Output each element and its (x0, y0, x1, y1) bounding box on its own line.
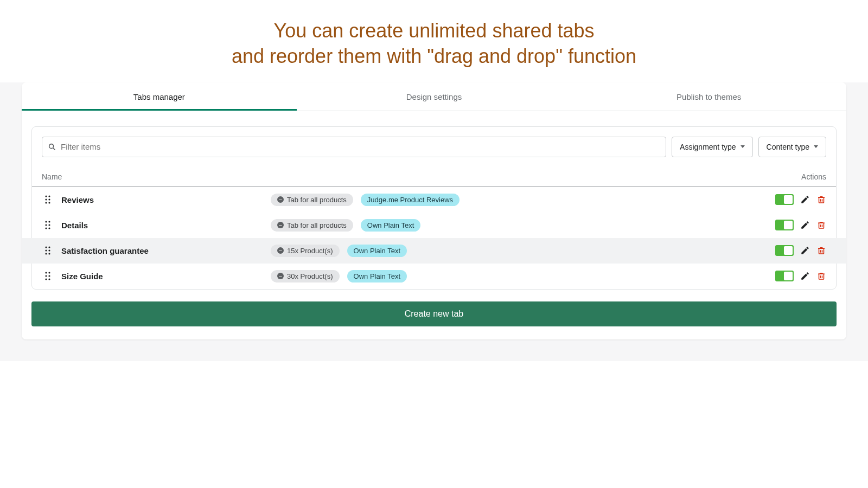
headline-line-2: and reorder them with "drag and drop" fu… (22, 44, 846, 69)
scope-badge-label: 30x Product(s) (287, 272, 333, 280)
svg-rect-35 (819, 274, 824, 279)
tab-tabs-manager[interactable]: Tabs manager (22, 82, 297, 111)
row-badges: −Tab for all productsOwn Plain Text (271, 219, 761, 232)
svg-point-0 (49, 144, 54, 148)
filter-search-input[interactable] (56, 142, 660, 151)
svg-rect-26 (819, 248, 824, 254)
drag-handle-icon[interactable] (42, 271, 54, 281)
table-row: Reviews−Tab for all productsJudge.me Pro… (32, 187, 836, 213)
filter-row: Assignment type Content type (32, 127, 836, 157)
svg-point-2 (45, 195, 47, 197)
column-actions: Actions (801, 172, 826, 181)
scope-badge-label: Tab for all products (287, 221, 347, 229)
svg-point-7 (48, 202, 50, 203)
row-actions (761, 271, 826, 281)
table-row: Size Guide−30x Product(s)Own Plain Text (32, 264, 836, 289)
delete-button[interactable] (816, 220, 826, 230)
tab-publish-to-themes[interactable]: Publish to themes (571, 82, 846, 111)
scope-badge: −Tab for all products (271, 219, 353, 232)
minus-circle-icon: − (277, 222, 284, 228)
svg-point-30 (48, 272, 50, 273)
table-row: Satisfaction guarantee−15x Product(s)Own… (22, 238, 846, 264)
assignment-type-label: Assignment type (680, 143, 736, 151)
edit-button[interactable] (800, 271, 810, 281)
svg-line-1 (53, 148, 55, 150)
row-actions (761, 194, 826, 205)
tab-design-settings[interactable]: Design settings (297, 82, 572, 111)
search-icon (48, 143, 56, 151)
svg-point-24 (45, 253, 47, 254)
active-toggle[interactable] (775, 194, 794, 205)
svg-point-12 (48, 221, 50, 222)
active-toggle[interactable] (775, 271, 794, 281)
svg-point-11 (45, 221, 47, 222)
edit-button[interactable] (800, 220, 810, 230)
scope-badge-label: 15x Product(s) (287, 247, 333, 255)
tabs-nav: Tabs manager Design settings Publish to … (22, 82, 846, 111)
svg-point-16 (48, 227, 50, 229)
row-actions (761, 220, 826, 230)
svg-point-4 (45, 198, 47, 200)
column-name: Name (42, 172, 62, 181)
svg-rect-8 (819, 197, 824, 203)
drag-handle-icon[interactable] (42, 195, 54, 204)
scope-badge: −Tab for all products (271, 194, 353, 206)
minus-circle-icon: − (277, 273, 284, 279)
content-type-dropdown[interactable]: Content type (758, 137, 826, 157)
create-new-tab-button[interactable]: Create new tab (31, 301, 837, 326)
svg-point-5 (48, 198, 50, 200)
svg-point-6 (45, 202, 47, 203)
table-header: Name Actions (32, 157, 836, 187)
caret-down-icon (741, 145, 745, 148)
svg-point-33 (45, 278, 47, 280)
delete-button[interactable] (816, 246, 826, 255)
delete-button[interactable] (816, 271, 826, 281)
active-toggle[interactable] (775, 220, 794, 230)
content-badge: Own Plain Text (347, 245, 407, 257)
content-badge: Own Plain Text (361, 219, 420, 232)
tabs-manager-card: Tabs manager Design settings Publish to … (22, 82, 846, 339)
edit-button[interactable] (800, 246, 810, 255)
filter-search[interactable] (42, 137, 666, 157)
svg-point-20 (45, 246, 47, 248)
edit-button[interactable] (800, 195, 810, 204)
page-headline: You can create unlimited shared tabs and… (0, 0, 868, 82)
row-name: Satisfaction guarantee (54, 246, 271, 255)
assignment-type-dropdown[interactable]: Assignment type (672, 137, 753, 157)
row-name: Details (54, 221, 271, 230)
svg-point-15 (45, 227, 47, 229)
svg-rect-17 (819, 223, 824, 228)
svg-point-31 (45, 275, 47, 277)
headline-line-1: You can create unlimited shared tabs (22, 18, 846, 44)
drag-handle-icon[interactable] (42, 246, 54, 255)
content-badge: Judge.me Product Reviews (361, 194, 459, 206)
table-row: Details−Tab for all productsOwn Plain Te… (32, 213, 836, 238)
svg-point-14 (48, 224, 50, 226)
scope-badge-label: Tab for all products (287, 196, 347, 204)
svg-point-22 (45, 249, 47, 251)
svg-point-25 (48, 253, 50, 254)
row-badges: −30x Product(s)Own Plain Text (271, 270, 761, 282)
minus-circle-icon: − (277, 196, 284, 203)
svg-point-21 (48, 246, 50, 248)
drag-handle-icon[interactable] (42, 220, 54, 230)
row-actions (761, 245, 826, 256)
delete-button[interactable] (816, 195, 826, 204)
svg-point-34 (48, 278, 50, 280)
scope-badge: −15x Product(s) (271, 245, 340, 257)
minus-circle-icon: − (277, 247, 284, 254)
active-toggle[interactable] (775, 245, 794, 256)
content-badge: Own Plain Text (347, 270, 407, 282)
svg-point-13 (45, 224, 47, 226)
svg-point-32 (48, 275, 50, 277)
svg-point-29 (45, 272, 47, 273)
row-badges: −Tab for all productsJudge.me Product Re… (271, 194, 761, 206)
svg-point-23 (48, 249, 50, 251)
row-name: Reviews (54, 195, 271, 204)
rows-container: Reviews−Tab for all productsJudge.me Pro… (32, 187, 836, 289)
row-name: Size Guide (54, 272, 271, 281)
content-type-label: Content type (767, 143, 809, 151)
row-badges: −15x Product(s)Own Plain Text (271, 245, 761, 257)
caret-down-icon (814, 145, 818, 148)
svg-point-3 (48, 195, 50, 197)
